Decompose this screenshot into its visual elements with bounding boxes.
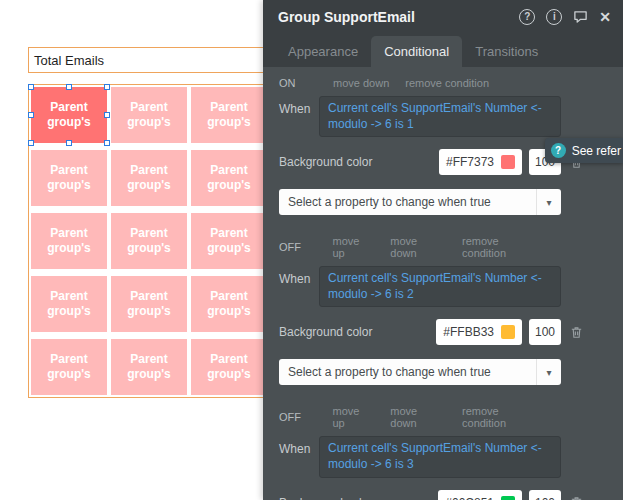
info-icon[interactable]: i — [546, 9, 562, 25]
selection-handle[interactable] — [28, 140, 34, 146]
tab-transitions[interactable]: Transitions — [462, 36, 551, 67]
condition-expression[interactable]: Current cell's SupportEmail's Number <- … — [319, 96, 561, 137]
repeating-cell[interactable]: Parent group's — [191, 150, 267, 206]
when-label: When — [279, 436, 319, 477]
repeating-cell[interactable]: Parent group's — [191, 213, 267, 269]
selection-handle[interactable] — [66, 140, 72, 146]
bubble-editor: Total Emails Parent group's Parent group… — [0, 0, 623, 500]
help-icon[interactable]: ? — [519, 9, 535, 25]
condition-expression[interactable]: Current cell's SupportEmail's Number <- … — [319, 266, 561, 307]
when-label: When — [279, 266, 319, 307]
repeating-cell[interactable]: Parent group's — [31, 276, 107, 332]
color-swatch[interactable] — [501, 155, 515, 169]
repeating-cell[interactable]: Parent group's — [111, 213, 187, 269]
remove-condition-link[interactable]: remove condition — [462, 235, 545, 259]
chevron-down-icon: ▾ — [536, 189, 561, 215]
conditional-tab-body: ON move down remove condition When Curre… — [263, 67, 623, 500]
close-icon[interactable]: ✕ — [599, 10, 611, 24]
repeating-cell[interactable]: Parent group's — [111, 276, 187, 332]
condition-header: OFF move up move down remove condition — [279, 405, 561, 429]
property-select-placeholder: Select a property to change when true — [288, 195, 536, 209]
move-up-link[interactable]: move up — [332, 235, 374, 259]
property-select[interactable]: Select a property to change when true ▾ — [279, 359, 561, 385]
repeating-cell[interactable]: Parent group's — [111, 87, 187, 143]
color-swatch[interactable] — [501, 325, 515, 339]
repeating-cell-selected[interactable]: Parent group's — [31, 87, 107, 143]
repeating-cell[interactable]: Parent group's — [191, 276, 267, 332]
header-icons: ? i ✕ — [519, 9, 611, 25]
condition-expression[interactable]: Current cell's SupportEmail's Number <- … — [319, 436, 561, 477]
see-reference-label: See refer — [572, 144, 621, 158]
see-reference-button[interactable]: ? See refer — [545, 138, 623, 163]
panel-tabs: Appearance Conditional Transitions — [263, 33, 623, 67]
repeating-cell[interactable]: Parent group's — [191, 339, 267, 395]
cell-label: Parent group's — [191, 226, 267, 256]
when-row: When Current cell's SupportEmail's Numbe… — [279, 436, 561, 477]
repeating-cell[interactable]: Parent group's — [31, 339, 107, 395]
cell-label: Parent group's — [111, 100, 187, 130]
move-down-link[interactable]: move down — [333, 77, 389, 89]
tab-appearance[interactable]: Appearance — [275, 36, 371, 67]
total-emails-label: Total Emails — [34, 53, 104, 68]
color-hex-input[interactable]: #00C851 — [438, 490, 522, 500]
cell-label: Parent group's — [111, 289, 187, 319]
remove-condition-link[interactable]: remove condition — [462, 405, 545, 429]
cell-label: Parent group's — [191, 163, 267, 193]
property-select[interactable]: Select a property to change when true ▾ — [279, 189, 561, 215]
repeating-cell[interactable]: Parent group's — [191, 87, 267, 143]
when-row: When Current cell's SupportEmail's Numbe… — [279, 266, 561, 307]
chevron-down-icon: ▾ — [536, 359, 561, 385]
condition-state-toggle[interactable]: ON — [279, 77, 333, 89]
when-row: When Current cell's SupportEmail's Numbe… — [279, 96, 561, 137]
repeating-cell[interactable]: Parent group's — [111, 150, 187, 206]
cell-label: Parent group's — [191, 289, 267, 319]
cell-label: Parent group's — [111, 163, 187, 193]
repeating-cell[interactable]: Parent group's — [31, 150, 107, 206]
selection-handle[interactable] — [104, 140, 110, 146]
condition-state-toggle[interactable]: OFF — [279, 241, 332, 253]
property-label: Background color — [279, 496, 438, 500]
cell-label: Parent group's — [111, 226, 187, 256]
selection-handle[interactable] — [66, 84, 72, 90]
color-swatch[interactable] — [501, 496, 515, 500]
selection-handle[interactable] — [28, 112, 34, 118]
repeating-group[interactable]: Parent group's Parent group's Parent gro… — [28, 84, 270, 398]
text-element-total-emails[interactable]: Total Emails — [28, 47, 266, 73]
hex-value: #FFBB33 — [443, 325, 494, 339]
tab-conditional[interactable]: Conditional — [371, 36, 462, 67]
property-row: Background color #FFBB33 100 — [279, 319, 584, 345]
move-up-link[interactable]: move up — [332, 405, 374, 429]
chat-icon[interactable] — [573, 9, 588, 24]
selection-handle[interactable] — [28, 84, 34, 90]
color-hex-input[interactable]: #FF7373 — [439, 149, 522, 175]
repeating-cell[interactable]: Parent group's — [111, 339, 187, 395]
move-down-link[interactable]: move down — [390, 235, 446, 259]
selection-handle[interactable] — [104, 112, 110, 118]
hex-value: #00C851 — [445, 496, 494, 500]
condition-state-toggle[interactable]: OFF — [279, 411, 332, 423]
opacity-input[interactable]: 100 — [529, 490, 561, 500]
property-row: Background color #FF7373 100 — [279, 149, 584, 175]
property-label: Background color — [279, 155, 439, 169]
question-icon: ? — [551, 143, 566, 158]
cell-label: Parent group's — [191, 352, 267, 382]
move-down-link[interactable]: move down — [390, 405, 446, 429]
when-label: When — [279, 96, 319, 137]
selection-handle[interactable] — [104, 84, 110, 90]
repeating-cell[interactable]: Parent group's — [31, 213, 107, 269]
property-editor-panel: Group SupportEmail ? i ✕ Appearance Cond… — [263, 0, 623, 500]
opacity-input[interactable]: 100 — [529, 319, 561, 345]
cell-label: Parent group's — [31, 352, 107, 382]
property-label: Background color — [279, 325, 436, 339]
trash-icon[interactable] — [569, 325, 584, 340]
cell-label: Parent group's — [31, 226, 107, 256]
cell-label: Parent group's — [31, 100, 107, 130]
cell-label: Parent group's — [31, 163, 107, 193]
color-hex-input[interactable]: #FFBB33 — [436, 319, 522, 345]
panel-header: Group SupportEmail ? i ✕ — [263, 0, 623, 33]
cell-label: Parent group's — [191, 100, 267, 130]
trash-icon[interactable] — [569, 495, 584, 500]
condition-block-2: OFF move up move down remove condition W… — [279, 235, 623, 385]
property-row: Background color #00C851 100 — [279, 490, 584, 500]
remove-condition-link[interactable]: remove condition — [405, 77, 489, 89]
